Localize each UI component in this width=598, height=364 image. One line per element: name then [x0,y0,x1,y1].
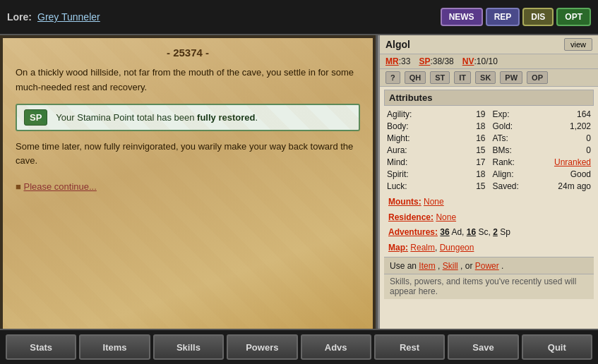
sp-badge: SP [24,109,47,126]
nav-qh[interactable]: QH [405,71,426,84]
view-button[interactable]: view [564,38,592,51]
adventures-val3[interactable]: 2 [493,227,498,237]
use-end: . [501,261,503,271]
mounts-label[interactable]: Mounts: [388,197,421,207]
bottom-bar: Stats Items Skills Powers Advs Rest Save… [0,329,598,364]
top-bar: Lore: Grey Tunneler NEWS REP DIS OPT [0,0,598,35]
use-or: , or [460,261,475,271]
use-skill-link[interactable]: Skill [443,261,458,271]
sp-text: Your Stamina Point total has been fully … [56,112,258,123]
stats-row: MR:33 SP:38/38 NV:10/10 [380,54,598,69]
extra-attrs: Mounts: None Residence: None Adventures:… [384,192,594,257]
use-item-link[interactable]: Item [419,261,435,271]
nav-it[interactable]: IT [454,71,471,84]
attr-aura: Aura: 15 [387,145,486,156]
sp-emphasis: fully restored [197,112,255,123]
attr-exp: Exp: 164 [493,109,592,120]
opt-button[interactable]: OPT [556,8,591,26]
continue-link[interactable]: Please continue... [23,181,96,192]
adventures-row: Adventures: 36 Ad, 16 Sc, 2 Sp [388,225,590,241]
mounts-row: Mounts: None [388,195,590,210]
left-panel: - 25374 - On a thickly wood hillside, no… [3,38,373,361]
attributes-section: Attributes Agility: 19 Exp: 164 Body: 18 [380,87,598,364]
continue-text: Please continue... [16,178,360,195]
nav-pw[interactable]: PW [500,71,522,84]
sp-box: SP Your Stamina Point total has been ful… [16,104,360,131]
adventures-val1[interactable]: 36 [440,227,449,237]
use-box: Use an Item , Skill , or Power . [384,257,594,274]
turn-number: - 25374 - [16,47,360,59]
attr-gold: Gold: 1,202 [493,121,592,132]
residence-val[interactable]: None [436,212,456,222]
nv-stat: NV:10/10 [462,56,498,66]
news-button[interactable]: NEWS [441,8,483,26]
use-mid: , [438,261,443,271]
quit-button[interactable]: Quit [522,334,592,360]
narrative2: Some time later, now fully reinvigorated… [16,141,353,166]
rep-button[interactable]: REP [486,8,520,26]
map-row: Map: Realm, Dungeon [388,241,590,256]
map-label[interactable]: Map: [388,243,408,253]
residence-row: Residence: None [388,210,590,226]
mr-val: 33 [401,56,410,66]
attr-luck: Luck: 15 [387,181,486,192]
lore-link[interactable]: Grey Tunneler [37,11,100,23]
attr-agility: Agility: 19 [387,109,486,120]
advs-button[interactable]: Advs [301,334,371,360]
nv-label[interactable]: NV [462,56,474,66]
header-buttons: NEWS REP DIS OPT [441,8,591,26]
powers-button[interactable]: Powers [227,334,297,360]
sp-message: Your Stamina Point total has been [56,112,197,123]
sp-period: . [255,112,258,123]
adventures-val2[interactable]: 16 [467,227,476,237]
use-box-skills: Skills, powers, and items you've recentl… [384,274,594,299]
adventures-label[interactable]: Adventures: [388,227,438,237]
attr-might: Might: 16 [387,133,486,144]
narrative-text: On a thickly wood hillside, not far from… [16,66,360,95]
residence-label[interactable]: Residence: [388,212,433,222]
attr-rank: Rank: Unranked [493,157,592,168]
nav-st[interactable]: ST [430,71,450,84]
attr-bms: BMs: 0 [493,145,592,156]
right-panel: Algol view MR:33 SP:38/38 NV:10/10 ? QH … [378,35,598,364]
attr-align: Align: Good [493,169,592,180]
stats-button[interactable]: Stats [6,334,76,360]
use-skills-text: Skills, powers, and items you've recentl… [390,277,576,296]
attr-spirit: Spirit: 18 [387,169,486,180]
attr-saved: Saved: 24m ago [493,181,592,192]
map-dungeon[interactable]: Dungeon [440,243,474,253]
nv-val: 10/10 [477,56,498,66]
items-button[interactable]: Items [79,334,150,360]
nav-row: ? QH ST IT SK PW OP [380,69,598,87]
mr-stat: MR:33 [385,56,410,66]
use-power-link[interactable]: Power [475,261,499,271]
attr-body: Body: 18 [387,121,486,132]
dis-button[interactable]: DIS [522,8,554,26]
sp-stat-val: 38/38 [433,56,454,66]
attr-mind: Mind: 17 [387,157,486,168]
map-realm[interactable]: Realm [410,243,435,253]
attr-grid: Agility: 19 Exp: 164 Body: 18 Gold: 1,2 [384,109,594,192]
main-wrapper: - 25374 - On a thickly wood hillside, no… [0,35,598,364]
rest-button[interactable]: Rest [374,334,445,360]
attr-ats: ATs: 0 [493,133,592,144]
char-header: Algol view [380,35,598,54]
skills-button[interactable]: Skills [153,334,224,360]
mounts-val[interactable]: None [424,197,444,207]
mr-label[interactable]: MR [385,56,399,66]
attributes-header: Attributes [384,90,594,106]
nav-sk[interactable]: SK [475,71,496,84]
lore-label: Lore: [7,11,32,23]
char-name: Algol [385,39,410,50]
use-text1: Use an [390,261,419,271]
nav-question[interactable]: ? [385,71,400,84]
panels: - 25374 - On a thickly wood hillside, no… [0,35,598,364]
narrative-text-content: On a thickly wood hillside, not far from… [16,67,354,92]
save-button[interactable]: Save [448,334,518,360]
adventures-end: Sp [500,227,510,237]
adventures-mid2: Sc, [478,227,493,237]
nav-op[interactable]: OP [527,71,548,84]
sp-stat-label[interactable]: SP [419,56,430,66]
adventures-mid1: Ad, [451,227,466,237]
sp-stat: SP:38/38 [419,56,453,66]
